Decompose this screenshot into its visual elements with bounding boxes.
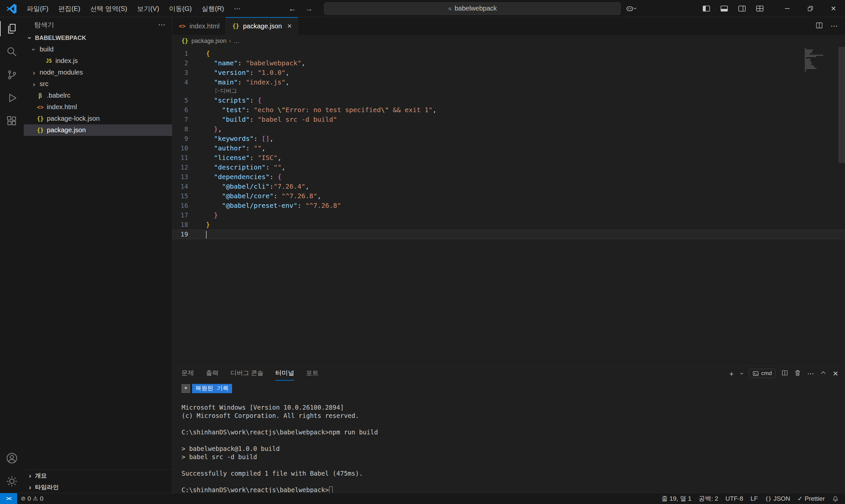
- restored-history-badge: 복원된 기록: [192, 384, 232, 393]
- panel-tab-디버그 콘솔[interactable]: 디버그 콘솔: [230, 366, 263, 381]
- chevron-down-icon: ›: [30, 47, 38, 52]
- file-tree-item[interactable]: {}package-lock.json: [24, 113, 172, 124]
- encoding-status[interactable]: UTF-8: [722, 493, 747, 504]
- tab-package.json[interactable]: {}package.json✕: [226, 17, 298, 35]
- code-line[interactable]: 13 "dependencies": {: [172, 172, 845, 182]
- sidebar-section-타임라인[interactable]: ›타임라인: [24, 481, 172, 493]
- extensions-icon[interactable]: [0, 109, 24, 132]
- indentation-status[interactable]: 공백: 2: [695, 493, 722, 504]
- menu-item[interactable]: 보기(V): [132, 0, 164, 17]
- explorer-more-actions-icon[interactable]: ⋯: [158, 20, 165, 29]
- forward-icon[interactable]: →: [305, 4, 313, 13]
- command-center-search[interactable]: ⌕ babelwebpack: [324, 2, 620, 15]
- breadcrumb-file[interactable]: package.json: [191, 38, 226, 44]
- explorer-icon[interactable]: [0, 17, 24, 40]
- panel-more-actions-icon[interactable]: ⋯: [807, 370, 814, 377]
- code-line[interactable]: 16 "@babel/preset-env": "^7.26.8": [172, 201, 845, 211]
- customize-layout-button[interactable]: [753, 1, 767, 16]
- menu-item[interactable]: 실행(R): [197, 0, 229, 17]
- file-tree-item[interactable]: ›node_modules: [24, 67, 172, 78]
- code-line[interactable]: 17 }: [172, 211, 845, 220]
- breadcrumb-more[interactable]: …: [233, 38, 239, 44]
- eol-status[interactable]: LF: [747, 493, 761, 504]
- code-line[interactable]: 14 "@babel/cli":"7.26.4",: [172, 182, 845, 191]
- code-line[interactable]: 5 "scripts": {: [172, 96, 845, 105]
- code-line[interactable]: 4 "main": "index.js",: [172, 77, 845, 87]
- code-line[interactable]: 15 "@babel/core": "^7.26.8",: [172, 191, 845, 201]
- minimize-button[interactable]: ─: [776, 0, 799, 17]
- code-line[interactable]: 12 "description": "",: [172, 163, 845, 172]
- problems-status[interactable]: ⊘ 0 ⚠ 0: [17, 493, 47, 504]
- terminal-profile-dropdown-icon[interactable]: ›: [738, 372, 746, 375]
- tab-bar: <>index.html{}package.json✕ ⋯: [172, 17, 845, 35]
- panel-tab-포트[interactable]: 포트: [306, 366, 318, 381]
- remote-indicator[interactable]: ><: [0, 493, 17, 504]
- split-editor-icon[interactable]: [815, 21, 823, 31]
- code-line[interactable]: 11 "license": "ISC",: [172, 153, 845, 163]
- close-panel-icon[interactable]: ✕: [832, 370, 839, 377]
- account-icon[interactable]: [0, 447, 24, 470]
- status-bar: >< ⊘ 0 ⚠ 0 줄 19, 열 1 공백: 2 UTF-8 LF {} J…: [0, 493, 845, 504]
- terminal-profile-badge[interactable]: cmd: [749, 369, 775, 378]
- menu-more-button[interactable]: ⋯: [229, 0, 246, 17]
- sidebar-section-개요[interactable]: ›개요: [24, 470, 172, 481]
- code-line[interactable]: 10 "author": "",: [172, 143, 845, 153]
- maximize-panel-icon[interactable]: [820, 370, 827, 377]
- code-line[interactable]: 1{: [172, 49, 845, 58]
- toggle-secondary-sidebar-button[interactable]: [735, 1, 749, 16]
- menu-item[interactable]: 선택 영역(S): [85, 0, 132, 17]
- close-button[interactable]: ✕: [822, 0, 845, 17]
- file-tree-item[interactable]: ›src: [24, 78, 172, 90]
- panel-tab-터미널[interactable]: 터미널: [275, 366, 294, 381]
- search-view-icon[interactable]: [0, 40, 24, 63]
- editor-more-actions-icon[interactable]: ⋯: [830, 22, 838, 30]
- project-section-header[interactable]: › BABELWEBPACK: [24, 32, 172, 43]
- menu-item[interactable]: 이동(G): [164, 0, 197, 17]
- settings-gear-icon[interactable]: [0, 470, 24, 493]
- errors-count: 0: [28, 495, 31, 502]
- editor-pane[interactable]: 1{2 "name": "babelwebpack",3 "version": …: [172, 47, 845, 366]
- terminal-view[interactable]: * 복원된 기록 Microsoft Windows [Version 10.0…: [172, 381, 845, 493]
- code-line[interactable]: 8 },: [172, 124, 845, 134]
- formatter-status[interactable]: ✓ Prettier: [794, 493, 828, 504]
- back-icon[interactable]: ←: [288, 4, 296, 13]
- restore-button[interactable]: [799, 0, 822, 17]
- kill-terminal-icon[interactable]: [794, 370, 801, 378]
- line-number: 10: [172, 143, 196, 153]
- breadcrumb[interactable]: {} package.json › …: [172, 35, 845, 47]
- code-line[interactable]: 9 "keywords": [],: [172, 134, 845, 143]
- code-line[interactable]: 19: [172, 230, 845, 239]
- panel-tab-문제[interactable]: 문제: [181, 366, 194, 381]
- code-line[interactable]: 3 "version": "1.0.0",: [172, 68, 845, 77]
- menu-item[interactable]: 편집(E): [53, 0, 86, 17]
- file-tree-item[interactable]: ›build: [24, 43, 172, 55]
- language-mode-status[interactable]: {} JSON: [761, 493, 794, 504]
- new-terminal-button[interactable]: ＋: [728, 370, 735, 377]
- split-terminal-icon[interactable]: [781, 370, 788, 378]
- tab-index.html[interactable]: <>index.html: [172, 17, 226, 35]
- editor-scrollbar[interactable]: [839, 47, 845, 163]
- copilot-menu[interactable]: ›: [626, 5, 637, 13]
- file-tree-item[interactable]: <>index.html: [24, 101, 172, 113]
- file-tree-item[interactable]: β.babelrc: [24, 90, 172, 101]
- code-line[interactable]: 18}: [172, 220, 845, 230]
- panel-tab-출력[interactable]: 출력: [206, 366, 218, 381]
- minimap[interactable]: [805, 48, 824, 72]
- run-debug-icon[interactable]: [0, 86, 24, 109]
- code-line[interactable]: 6 "test": "echo \"Error: no test specifi…: [172, 105, 845, 115]
- line-number: 11: [172, 153, 196, 163]
- codelens-debug[interactable]: ▷디버그: [172, 87, 845, 96]
- terminal-line: (c) Microsoft Corporation. All rights re…: [181, 412, 845, 420]
- menu-item[interactable]: 파일(F): [22, 0, 53, 17]
- code-line[interactable]: 7 "build": "babel src -d build": [172, 115, 845, 124]
- source-control-icon[interactable]: [0, 63, 24, 86]
- notifications-bell[interactable]: [828, 493, 842, 504]
- titlebar: 파일(F)편집(E)선택 영역(S)보기(V)이동(G)실행(R)⋯ ← → ⌕…: [0, 0, 845, 17]
- toggle-sidebar-button[interactable]: [699, 1, 714, 16]
- close-tab-icon[interactable]: ✕: [287, 23, 292, 30]
- file-tree-item[interactable]: {}package.json: [24, 124, 172, 136]
- toggle-panel-button[interactable]: [717, 1, 732, 16]
- code-line[interactable]: 2 "name": "babelwebpack",: [172, 58, 845, 68]
- file-tree-item[interactable]: JSindex.js: [24, 55, 172, 67]
- cursor-position-status[interactable]: 줄 19, 열 1: [658, 493, 695, 504]
